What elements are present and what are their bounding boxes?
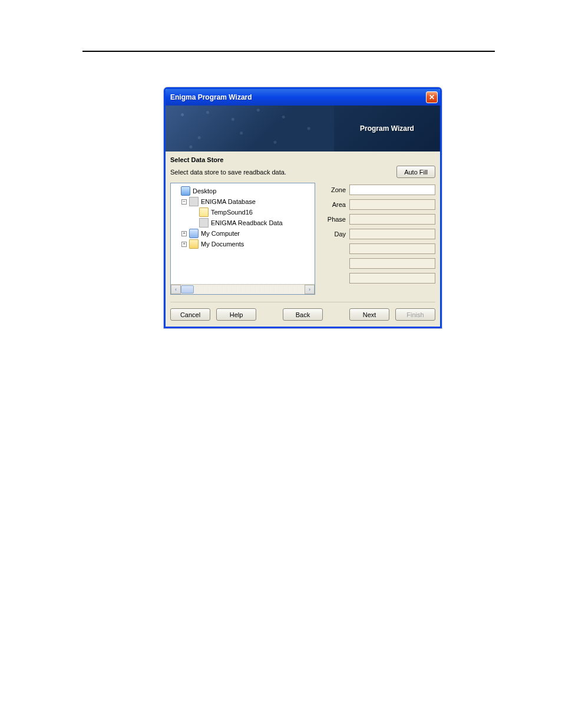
extra1-input[interactable]	[349, 243, 435, 254]
close-icon: ✕	[429, 93, 435, 101]
computer-icon	[189, 229, 199, 238]
fields-panel: Zone Area Phase Day	[321, 183, 435, 295]
tree-item-enigma-readback[interactable]: ENIGMA Readback Data	[173, 218, 312, 228]
database-icon	[199, 218, 209, 228]
extra2-input[interactable]	[349, 258, 435, 269]
phase-input[interactable]	[349, 214, 435, 225]
tree-label: ENIGMA Database	[201, 196, 256, 207]
tree-label: Desktop	[193, 186, 216, 196]
help-button[interactable]: Help	[216, 308, 256, 321]
wizard-content: Select Data Store Select data store to s…	[166, 151, 440, 327]
phase-label: Phase	[321, 216, 346, 223]
field-row-day: Day	[321, 228, 435, 240]
wizard-footer: Cancel Help Back Next Finish	[170, 302, 435, 321]
tree-expander-plus[interactable]: +	[181, 231, 187, 236]
tree-item-desktop[interactable]: Desktop	[173, 186, 312, 196]
wizard-window: Enigma Program Wizard ✕ Program Wizard S…	[164, 87, 442, 328]
main-area: Desktop − ENIGMA Database TempSound16 EN…	[170, 183, 435, 295]
wizard-banner: Program Wizard	[166, 106, 440, 151]
day-label: Day	[321, 230, 346, 238]
next-button[interactable]: Next	[349, 308, 389, 321]
field-row-extra1	[321, 243, 435, 255]
chevron-left-icon: ‹	[175, 286, 177, 292]
titlebar: Enigma Program Wizard ✕	[166, 89, 440, 106]
tree-expander-minus[interactable]: −	[181, 199, 187, 205]
footer-spacer	[262, 308, 277, 321]
zone-input[interactable]	[349, 185, 435, 195]
field-row-extra3	[321, 272, 435, 284]
tree-label: TempSound16	[211, 207, 253, 218]
banner-title: Program Wizard	[334, 106, 440, 151]
tree-item-enigma-database[interactable]: − ENIGMA Database	[173, 196, 312, 207]
tree-item-my-documents[interactable]: + My Documents	[173, 239, 312, 249]
scroll-track[interactable]	[181, 285, 305, 294]
field-row-phase: Phase	[321, 213, 435, 225]
zone-label: Zone	[321, 186, 346, 193]
tree-body[interactable]: Desktop − ENIGMA Database TempSound16 EN…	[171, 183, 315, 284]
tree-label: My Documents	[201, 239, 244, 249]
chevron-right-icon: ›	[309, 286, 310, 292]
section-description: Select data store to save readback data.	[170, 169, 286, 176]
scroll-right-button[interactable]: ›	[305, 285, 315, 294]
window-title: Enigma Program Wizard	[170, 93, 252, 101]
tree-label: ENIGMA Readback Data	[211, 218, 283, 228]
scroll-thumb[interactable]	[181, 285, 194, 294]
tree-panel: Desktop − ENIGMA Database TempSound16 EN…	[170, 183, 315, 295]
cancel-button[interactable]: Cancel	[170, 308, 210, 321]
footer-spacer-2	[329, 308, 343, 321]
section-row: Select data store to save readback data.…	[170, 166, 435, 178]
database-icon	[189, 197, 199, 206]
area-input[interactable]	[349, 199, 435, 210]
close-button[interactable]: ✕	[426, 91, 438, 103]
section-heading: Select Data Store	[170, 156, 435, 163]
horizontal-scrollbar[interactable]: ‹ ›	[171, 284, 315, 294]
day-input[interactable]	[349, 229, 435, 239]
back-button[interactable]: Back	[283, 308, 323, 321]
folder-open-icon	[199, 207, 209, 217]
banner-graphic	[166, 106, 334, 151]
folder-icon	[189, 239, 199, 249]
finish-button: Finish	[395, 308, 435, 321]
tree-item-my-computer[interactable]: + My Computer	[173, 228, 312, 239]
field-row-zone: Zone	[321, 184, 435, 196]
field-row-extra2	[321, 258, 435, 269]
scroll-left-button[interactable]: ‹	[171, 285, 181, 294]
field-row-area: Area	[321, 199, 435, 210]
tree-expander-blank	[173, 189, 178, 194]
tree-expander-plus[interactable]: +	[181, 242, 187, 247]
tree-item-tempsound16[interactable]: TempSound16	[173, 207, 312, 218]
extra3-input[interactable]	[349, 273, 435, 284]
area-label: Area	[321, 201, 346, 208]
desktop-icon	[181, 186, 190, 196]
tree-label: My Computer	[201, 228, 240, 239]
auto-fill-button[interactable]: Auto Fill	[396, 166, 435, 178]
page-divider	[82, 51, 495, 52]
